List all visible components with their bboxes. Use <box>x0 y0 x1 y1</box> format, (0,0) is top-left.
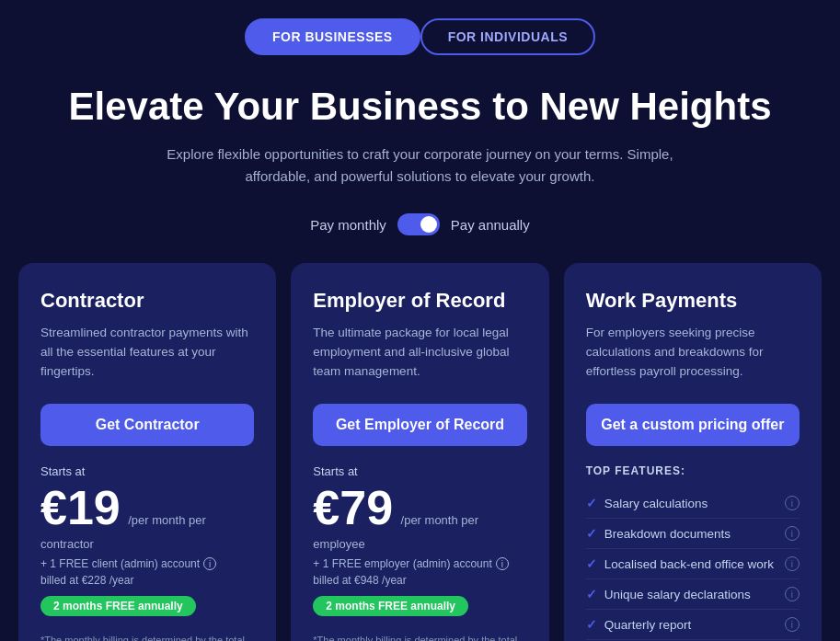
pay-toggle: Pay monthly Pay annually <box>18 213 822 235</box>
switch-knob <box>420 216 437 233</box>
check-icon-salary: ✓ <box>586 496 597 510</box>
info-icon-breakdown[interactable]: i <box>785 526 800 541</box>
eor-price: €79 <box>313 481 393 534</box>
info-icon-quarterly[interactable]: i <box>785 617 800 632</box>
billing-toggle-switch[interactable] <box>397 213 440 235</box>
for-individuals-button[interactable]: FOR INDIVIDUALS <box>420 18 595 55</box>
contractor-card: Contractor Streamlined contractor paymen… <box>18 263 276 641</box>
for-businesses-button[interactable]: FOR BUSINESSES <box>245 18 420 55</box>
contractor-free-account: + 1 FREE client (admin) account i <box>40 557 254 570</box>
contractor-starts-at: Starts at <box>40 464 254 478</box>
contractor-price: €19 <box>40 481 121 534</box>
work-payments-card: Work Payments For employers seeking prec… <box>564 263 822 641</box>
check-icon-localised: ✓ <box>586 556 597 571</box>
eor-card-desc: The ultimate package for local legal emp… <box>313 324 526 382</box>
pay-annually-label: Pay annually <box>451 217 530 233</box>
eor-starts-at: Starts at <box>313 464 526 478</box>
get-contractor-button[interactable]: Get Contractor <box>40 404 254 446</box>
eor-footnote: *The monthly billing is determined by th… <box>313 633 526 641</box>
feature-item-salary-decl: ✓ Unique salary declarations i <box>586 579 800 610</box>
top-features-label: TOP FEATURES: <box>586 464 800 477</box>
eor-free-badge: 2 months FREE annually <box>313 596 468 616</box>
feature-breakdown-label: Breakdown documents <box>604 527 731 541</box>
employer-of-record-card: Employer of Record The ultimate package … <box>291 263 548 641</box>
feature-item-breakdown: ✓ Breakdown documents i <box>586 519 800 549</box>
eor-free-account: + 1 FREE employer (admin) account i <box>313 557 526 570</box>
info-icon-localised[interactable]: i <box>785 556 800 571</box>
get-custom-pricing-button[interactable]: Get a custom pricing offer <box>586 404 800 446</box>
contractor-info-icon[interactable]: i <box>203 557 216 570</box>
work-payments-desc: For employers seeking precise calculatio… <box>586 324 800 382</box>
feature-salary-decl-label: Unique salary declarations <box>604 588 751 601</box>
check-icon-breakdown: ✓ <box>586 526 597 541</box>
feature-localised-label: Localised back-end office work <box>604 557 774 571</box>
eor-card-title: Employer of Record <box>313 289 526 313</box>
get-employer-of-record-button[interactable]: Get Employer of Record <box>313 404 526 446</box>
info-icon-salary-decl[interactable]: i <box>785 587 800 601</box>
feature-list: ✓ Salary calculations i ✓ Breakdown docu… <box>586 488 800 641</box>
info-icon-salary[interactable]: i <box>785 496 800 510</box>
pay-monthly-label: Pay monthly <box>310 217 386 233</box>
toggle-bar: FOR BUSINESSES FOR INDIVIDUALS <box>18 18 822 55</box>
contractor-billed-at: billed at €228 /year <box>40 574 254 587</box>
feature-salary-label: Salary calculations <box>604 497 708 510</box>
contractor-card-desc: Streamlined contractor payments with all… <box>40 324 254 382</box>
contractor-card-title: Contractor <box>40 289 254 313</box>
feature-item-salary: ✓ Salary calculations i <box>586 488 800 519</box>
work-payments-title: Work Payments <box>586 289 800 313</box>
eor-info-icon[interactable]: i <box>496 557 509 570</box>
eor-price-row: €79 /per month per employee <box>313 480 526 552</box>
feature-quarterly-label: Quarterly report <box>604 618 692 632</box>
hero-subtitle: Explore flexible opportunities to craft … <box>135 143 706 188</box>
feature-item-localised: ✓ Localised back-end office work i <box>586 549 800 579</box>
check-icon-quarterly: ✓ <box>586 617 597 632</box>
feature-item-quarterly: ✓ Quarterly report i <box>586 610 800 640</box>
contractor-footnote: *The monthly billing is determined by th… <box>40 633 254 641</box>
check-icon-salary-decl: ✓ <box>586 587 597 601</box>
cards-row: Contractor Streamlined contractor paymen… <box>18 263 822 641</box>
eor-billed-at: billed at €948 /year <box>313 574 526 587</box>
contractor-free-badge: 2 months FREE annually <box>40 596 196 616</box>
page-wrapper: FOR BUSINESSES FOR INDIVIDUALS Elevate Y… <box>0 0 840 641</box>
hero-title: Elevate Your Business to New Heights <box>18 85 822 129</box>
contractor-price-row: €19 /per month per contractor <box>40 480 254 552</box>
